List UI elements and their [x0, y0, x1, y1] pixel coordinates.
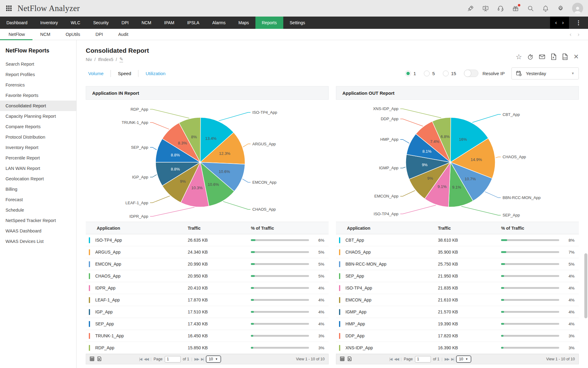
nav-prev-chevron-icon[interactable]: ‹: [555, 20, 557, 26]
app-name-cell: SEP_App: [340, 274, 438, 278]
pie-callout-line: [243, 144, 251, 147]
main-nav-dpi[interactable]: DPI: [115, 17, 135, 29]
sidebar-item-billing[interactable]: Billing: [0, 184, 76, 194]
main-nav-reports[interactable]: Reports: [255, 17, 283, 29]
report-table-icon[interactable]: [90, 356, 94, 362]
percent-bar-cell: 4%: [251, 322, 329, 326]
sidebar-item-percentile-report[interactable]: Percentile Report: [0, 153, 76, 163]
date-range-value: Yesterday: [526, 71, 546, 76]
page-number-input[interactable]: [165, 356, 181, 362]
sidebar-item-netspeed-tracker-report[interactable]: NetSpeed Tracker Report: [0, 215, 76, 226]
metric-tab-volume[interactable]: Volume: [86, 70, 111, 77]
page-size-select[interactable]: 10 ▼: [456, 355, 471, 363]
breadcrumb-device[interactable]: Niv: [86, 57, 92, 62]
sub-nav-ncm[interactable]: NCM: [32, 29, 58, 40]
csv-export-icon[interactable]: CSV: [562, 53, 568, 60]
app-name-cell: CHAOS_App: [90, 274, 188, 278]
email-icon[interactable]: [539, 53, 545, 60]
sidebar-item-forecast[interactable]: Forecast: [0, 194, 76, 205]
pie-callout-line: [400, 109, 441, 118]
subnav-prev-chevron-icon[interactable]: ‹: [570, 31, 571, 38]
traffic-percent-bar: [501, 311, 559, 313]
headset-icon[interactable]: [497, 5, 504, 12]
first-page-icon[interactable]: |◀: [389, 357, 392, 361]
nav-next-chevron-icon[interactable]: ›: [562, 20, 564, 26]
sidebar-item-compare-reports[interactable]: Compare Reports: [0, 121, 76, 132]
interval-radio-15[interactable]: [443, 71, 449, 76]
presentation-icon[interactable]: [482, 5, 489, 12]
main-nav-inventory[interactable]: Inventory: [34, 17, 65, 29]
dropdown-caret-icon: ▼: [571, 71, 575, 75]
sub-nav-audit[interactable]: Audit: [111, 29, 136, 40]
history-timer-icon[interactable]: [527, 54, 533, 60]
sidebar-item-geolocation-report[interactable]: Geolocation Report: [0, 174, 76, 184]
sidebar-item-consolidated-report[interactable]: Consolidated Report: [0, 101, 76, 111]
toggle-knob: [464, 70, 471, 77]
page-scrollbar[interactable]: [584, 253, 587, 318]
edit-pencil-icon[interactable]: ✎: [119, 56, 123, 62]
last-page-icon[interactable]: ▶|: [201, 357, 203, 361]
app-name-cell: BBN-RCC-MON_App: [340, 262, 438, 266]
sidebar-item-inventory-report[interactable]: Inventory Report: [0, 142, 76, 153]
main-nav-maps[interactable]: Maps: [232, 17, 255, 29]
percent-bar-cell: 3%: [501, 334, 579, 338]
sidebar-item-waas-dashboard[interactable]: WAAS Dashboard: [0, 226, 76, 236]
subnav-next-chevron-icon[interactable]: ›: [578, 31, 579, 38]
metric-tab-utilization[interactable]: Utilization: [138, 70, 172, 77]
page-number-input[interactable]: [415, 356, 431, 362]
sidebar-item-report-profiles[interactable]: Report Profiles: [0, 69, 76, 80]
rocket-icon[interactable]: [467, 5, 474, 12]
next-page-icon[interactable]: ▶▶: [445, 357, 449, 361]
apps-grid-icon[interactable]: [6, 5, 12, 12]
app-name-cell: HMP_App: [340, 321, 438, 326]
gift-icon[interactable]: [512, 5, 519, 12]
main-nav-security[interactable]: Security: [87, 17, 115, 29]
main-nav-alarms[interactable]: Alarms: [206, 17, 232, 29]
excel-export-icon[interactable]: [97, 356, 102, 362]
next-page-icon[interactable]: ▶▶: [194, 357, 199, 361]
traffic-value-cell: 25.750 KB: [438, 262, 501, 266]
prev-page-icon[interactable]: ◀◀: [144, 357, 148, 361]
first-page-icon[interactable]: |◀: [139, 357, 141, 361]
main-nav-ipsla[interactable]: IPSLA: [181, 17, 206, 29]
main-nav-settings[interactable]: Settings: [283, 17, 312, 29]
pdf-export-icon[interactable]: A: [551, 53, 557, 60]
bell-icon[interactable]: [542, 5, 549, 12]
sidebar-item-schedule[interactable]: Schedule: [0, 205, 76, 215]
last-page-icon[interactable]: ▶|: [451, 357, 454, 361]
kebab-menu-icon[interactable]: ⋮: [569, 17, 588, 29]
metric-tab-speed[interactable]: Speed: [111, 70, 138, 77]
close-icon[interactable]: ✕: [573, 53, 579, 60]
page-size-select[interactable]: 10 ▼: [206, 355, 221, 363]
report-table-icon[interactable]: [340, 356, 345, 362]
gear-icon[interactable]: [557, 5, 564, 12]
sub-nav-netflow[interactable]: NetFlow: [0, 29, 32, 40]
breadcrumb-interface[interactable]: IfIndex5: [98, 57, 113, 62]
prev-page-icon[interactable]: ◀◀: [394, 357, 398, 361]
favorite-star-icon[interactable]: ☆: [516, 53, 522, 61]
sub-nav-dpi[interactable]: DPI: [88, 29, 111, 40]
sidebar-item-search-report[interactable]: Search Report: [0, 59, 76, 69]
main-nav-wlc[interactable]: WLC: [64, 17, 87, 29]
excel-export-icon[interactable]: [347, 356, 352, 362]
search-icon[interactable]: [527, 5, 534, 12]
app-name-cell: SEP_App: [90, 321, 188, 326]
avatar[interactable]: [572, 3, 583, 14]
table-row-igmp-app: IGMP_App21.570 KB4%: [336, 306, 579, 318]
sidebar-item-capacity-planning-report[interactable]: Capacity Planning Report: [0, 111, 76, 121]
sub-nav-oputils[interactable]: OpUtils: [58, 29, 88, 40]
sidebar-item-favorite-reports[interactable]: Favorite Reports: [0, 90, 76, 101]
interval-radio-1[interactable]: [405, 71, 411, 76]
traffic-percent-label: 5%: [313, 250, 324, 255]
sidebar-item-protocol-distribution[interactable]: Protocol Distribution: [0, 132, 76, 142]
pie-slice-label-sep-app: SEP_App: [503, 213, 520, 217]
sidebar-item-forensics[interactable]: Forensics: [0, 80, 76, 90]
main-nav-dashboard[interactable]: Dashboard: [0, 17, 34, 29]
interval-radio-5[interactable]: [424, 71, 430, 76]
main-nav-ipam[interactable]: IPAM: [158, 17, 181, 29]
main-nav-ncm[interactable]: NCM: [135, 17, 158, 29]
resolve-ip-toggle[interactable]: [464, 70, 478, 77]
date-range-selector[interactable]: Yesterday ▼: [511, 67, 579, 79]
sidebar-item-waas-devices-list[interactable]: WAAS Devices List: [0, 236, 76, 247]
sidebar-item-lan-wan-report[interactable]: LAN WAN Report: [0, 163, 76, 174]
